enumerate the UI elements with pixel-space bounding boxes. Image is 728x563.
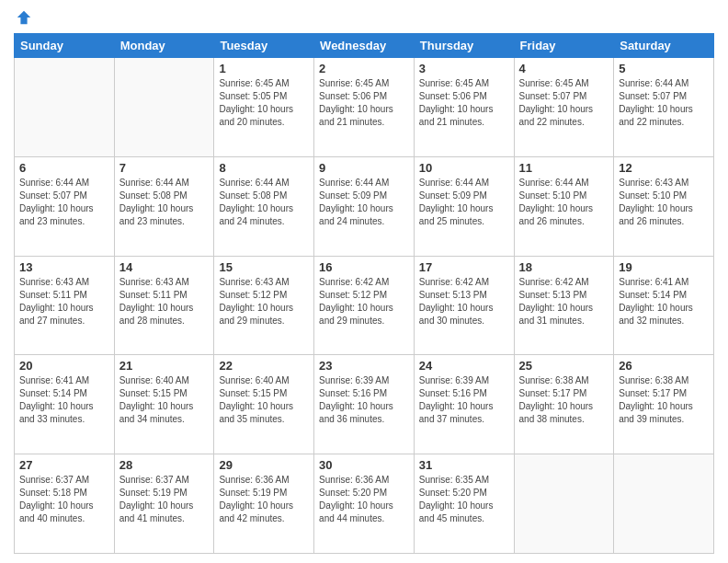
day-info: Sunrise: 6:44 AM Sunset: 5:10 PM Dayligh… bbox=[519, 177, 609, 228]
calendar-cell: 18Sunrise: 6:42 AM Sunset: 5:13 PM Dayli… bbox=[514, 256, 614, 355]
calendar-header-tuesday: Tuesday bbox=[214, 34, 314, 58]
day-number: 22 bbox=[219, 359, 309, 373]
day-number: 23 bbox=[319, 359, 409, 373]
day-number: 27 bbox=[19, 458, 109, 472]
day-info: Sunrise: 6:42 AM Sunset: 5:12 PM Dayligh… bbox=[319, 276, 409, 327]
day-number: 24 bbox=[419, 359, 509, 373]
calendar-cell: 28Sunrise: 6:37 AM Sunset: 5:19 PM Dayli… bbox=[114, 454, 214, 554]
day-info: Sunrise: 6:45 AM Sunset: 5:05 PM Dayligh… bbox=[219, 77, 309, 129]
calendar-header-friday: Friday bbox=[514, 34, 614, 58]
day-number: 12 bbox=[619, 161, 709, 175]
logo bbox=[14, 9, 32, 26]
day-info: Sunrise: 6:40 AM Sunset: 5:15 PM Dayligh… bbox=[119, 374, 210, 426]
day-number: 13 bbox=[19, 260, 109, 274]
day-info: Sunrise: 6:43 AM Sunset: 5:10 PM Dayligh… bbox=[619, 177, 709, 228]
calendar-header-thursday: Thursday bbox=[414, 34, 514, 58]
day-info: Sunrise: 6:44 AM Sunset: 5:09 PM Dayligh… bbox=[319, 177, 409, 228]
day-info: Sunrise: 6:44 AM Sunset: 5:08 PM Dayligh… bbox=[219, 177, 309, 228]
day-info: Sunrise: 6:37 AM Sunset: 5:19 PM Dayligh… bbox=[119, 474, 210, 525]
day-number: 10 bbox=[419, 161, 509, 175]
calendar-cell bbox=[514, 454, 614, 554]
calendar-cell bbox=[15, 58, 115, 157]
calendar-header-monday: Monday bbox=[114, 34, 214, 58]
day-number: 6 bbox=[19, 161, 109, 175]
day-info: Sunrise: 6:44 AM Sunset: 5:07 PM Dayligh… bbox=[619, 77, 709, 129]
calendar-cell: 9Sunrise: 6:44 AM Sunset: 5:09 PM Daylig… bbox=[314, 156, 415, 256]
calendar-header-row: SundayMondayTuesdayWednesdayThursdayFrid… bbox=[15, 34, 714, 58]
day-info: Sunrise: 6:39 AM Sunset: 5:16 PM Dayligh… bbox=[319, 374, 409, 426]
day-info: Sunrise: 6:43 AM Sunset: 5:11 PM Dayligh… bbox=[19, 276, 109, 327]
day-number: 20 bbox=[19, 359, 109, 373]
day-number: 30 bbox=[319, 458, 409, 472]
day-info: Sunrise: 6:44 AM Sunset: 5:09 PM Dayligh… bbox=[419, 177, 509, 228]
day-info: Sunrise: 6:37 AM Sunset: 5:18 PM Dayligh… bbox=[19, 474, 109, 525]
page: SundayMondayTuesdayWednesdayThursdayFrid… bbox=[0, 0, 728, 563]
calendar-week-1: 6Sunrise: 6:44 AM Sunset: 5:07 PM Daylig… bbox=[15, 156, 714, 256]
day-info: Sunrise: 6:44 AM Sunset: 5:08 PM Dayligh… bbox=[119, 177, 210, 228]
calendar-cell: 3Sunrise: 6:45 AM Sunset: 5:06 PM Daylig… bbox=[414, 58, 514, 157]
day-number: 5 bbox=[619, 62, 709, 75]
day-number: 25 bbox=[519, 359, 609, 373]
day-number: 3 bbox=[419, 62, 509, 75]
calendar-cell: 29Sunrise: 6:36 AM Sunset: 5:19 PM Dayli… bbox=[214, 454, 314, 554]
day-number: 7 bbox=[119, 161, 210, 175]
calendar-cell: 26Sunrise: 6:38 AM Sunset: 5:17 PM Dayli… bbox=[614, 355, 714, 454]
calendar-cell: 24Sunrise: 6:39 AM Sunset: 5:16 PM Dayli… bbox=[414, 355, 514, 454]
day-info: Sunrise: 6:43 AM Sunset: 5:12 PM Dayligh… bbox=[219, 276, 309, 327]
calendar-cell: 17Sunrise: 6:42 AM Sunset: 5:13 PM Dayli… bbox=[414, 256, 514, 355]
day-number: 4 bbox=[519, 62, 609, 75]
calendar-header-saturday: Saturday bbox=[614, 34, 714, 58]
calendar-cell: 10Sunrise: 6:44 AM Sunset: 5:09 PM Dayli… bbox=[414, 156, 514, 256]
day-number: 2 bbox=[319, 62, 409, 75]
day-info: Sunrise: 6:42 AM Sunset: 5:13 PM Dayligh… bbox=[519, 276, 609, 327]
calendar-cell: 20Sunrise: 6:41 AM Sunset: 5:14 PM Dayli… bbox=[15, 355, 115, 454]
day-number: 14 bbox=[119, 260, 210, 274]
calendar-cell: 31Sunrise: 6:35 AM Sunset: 5:20 PM Dayli… bbox=[414, 454, 514, 554]
calendar-cell: 27Sunrise: 6:37 AM Sunset: 5:18 PM Dayli… bbox=[15, 454, 115, 554]
calendar-cell: 15Sunrise: 6:43 AM Sunset: 5:12 PM Dayli… bbox=[214, 256, 314, 355]
calendar-cell: 6Sunrise: 6:44 AM Sunset: 5:07 PM Daylig… bbox=[15, 156, 115, 256]
logo-icon bbox=[16, 9, 32, 26]
calendar-cell: 12Sunrise: 6:43 AM Sunset: 5:10 PM Dayli… bbox=[614, 156, 714, 256]
calendar-cell: 5Sunrise: 6:44 AM Sunset: 5:07 PM Daylig… bbox=[614, 58, 714, 157]
calendar-cell: 30Sunrise: 6:36 AM Sunset: 5:20 PM Dayli… bbox=[314, 454, 415, 554]
calendar-week-4: 27Sunrise: 6:37 AM Sunset: 5:18 PM Dayli… bbox=[15, 454, 714, 554]
day-info: Sunrise: 6:40 AM Sunset: 5:15 PM Dayligh… bbox=[219, 374, 309, 426]
day-info: Sunrise: 6:41 AM Sunset: 5:14 PM Dayligh… bbox=[19, 374, 109, 426]
calendar-cell: 2Sunrise: 6:45 AM Sunset: 5:06 PM Daylig… bbox=[314, 58, 415, 157]
day-info: Sunrise: 6:43 AM Sunset: 5:11 PM Dayligh… bbox=[119, 276, 210, 327]
day-info: Sunrise: 6:44 AM Sunset: 5:07 PM Dayligh… bbox=[19, 177, 109, 228]
day-number: 17 bbox=[419, 260, 509, 274]
day-info: Sunrise: 6:45 AM Sunset: 5:07 PM Dayligh… bbox=[519, 77, 609, 129]
calendar-cell bbox=[614, 454, 714, 554]
day-number: 1 bbox=[219, 62, 309, 75]
calendar: SundayMondayTuesdayWednesdayThursdayFrid… bbox=[14, 33, 714, 554]
calendar-cell: 23Sunrise: 6:39 AM Sunset: 5:16 PM Dayli… bbox=[314, 355, 415, 454]
calendar-cell: 14Sunrise: 6:43 AM Sunset: 5:11 PM Dayli… bbox=[114, 256, 214, 355]
calendar-cell: 4Sunrise: 6:45 AM Sunset: 5:07 PM Daylig… bbox=[514, 58, 614, 157]
day-number: 9 bbox=[319, 161, 409, 175]
day-number: 31 bbox=[419, 458, 509, 472]
calendar-cell: 25Sunrise: 6:38 AM Sunset: 5:17 PM Dayli… bbox=[514, 355, 614, 454]
calendar-cell: 7Sunrise: 6:44 AM Sunset: 5:08 PM Daylig… bbox=[114, 156, 214, 256]
day-info: Sunrise: 6:35 AM Sunset: 5:20 PM Dayligh… bbox=[419, 474, 509, 525]
day-number: 28 bbox=[119, 458, 210, 472]
calendar-week-0: 1Sunrise: 6:45 AM Sunset: 5:05 PM Daylig… bbox=[15, 58, 714, 157]
calendar-week-3: 20Sunrise: 6:41 AM Sunset: 5:14 PM Dayli… bbox=[15, 355, 714, 454]
day-info: Sunrise: 6:45 AM Sunset: 5:06 PM Dayligh… bbox=[419, 77, 509, 129]
day-number: 18 bbox=[519, 260, 609, 274]
calendar-cell: 1Sunrise: 6:45 AM Sunset: 5:05 PM Daylig… bbox=[214, 58, 314, 157]
calendar-cell: 11Sunrise: 6:44 AM Sunset: 5:10 PM Dayli… bbox=[514, 156, 614, 256]
day-number: 21 bbox=[119, 359, 210, 373]
day-info: Sunrise: 6:45 AM Sunset: 5:06 PM Dayligh… bbox=[319, 77, 409, 129]
calendar-cell: 16Sunrise: 6:42 AM Sunset: 5:12 PM Dayli… bbox=[314, 256, 415, 355]
calendar-cell: 19Sunrise: 6:41 AM Sunset: 5:14 PM Dayli… bbox=[614, 256, 714, 355]
calendar-header-sunday: Sunday bbox=[15, 34, 115, 58]
header bbox=[14, 9, 714, 26]
day-number: 16 bbox=[319, 260, 409, 274]
day-number: 29 bbox=[219, 458, 309, 472]
day-info: Sunrise: 6:39 AM Sunset: 5:16 PM Dayligh… bbox=[419, 374, 509, 426]
day-number: 11 bbox=[519, 161, 609, 175]
calendar-cell: 21Sunrise: 6:40 AM Sunset: 5:15 PM Dayli… bbox=[114, 355, 214, 454]
calendar-cell: 22Sunrise: 6:40 AM Sunset: 5:15 PM Dayli… bbox=[214, 355, 314, 454]
